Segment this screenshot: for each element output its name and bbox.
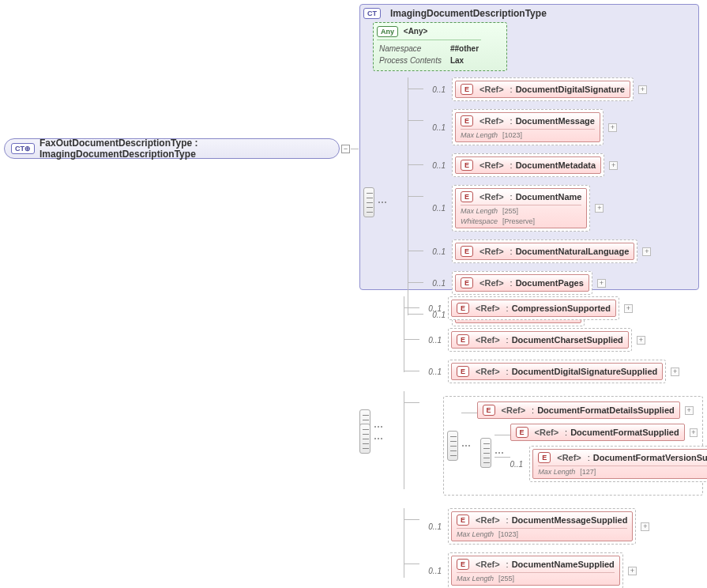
ref-indicator: <Ref> <box>502 405 526 415</box>
element-badge: E <box>457 366 469 377</box>
cardinality-label: 0..1 <box>419 368 442 376</box>
element-name: DocumentMetadata <box>516 160 596 170</box>
element-badge: E <box>457 559 469 570</box>
ref-indicator: <Ref> <box>479 116 504 126</box>
ref-indicator: <Ref> <box>535 428 559 437</box>
element-badge: E <box>457 303 469 314</box>
ref-indicator: <Ref> <box>476 515 500 525</box>
ref-indicator: <Ref> <box>479 278 504 288</box>
facet-row: Max Length[1023] <box>461 129 595 139</box>
element-ref[interactable]: 0..1E<Ref>:DocumentDigitalSignature+ <box>423 77 695 101</box>
element-ref[interactable]: 0..1E<Ref>:DocumentNameMax Length[255]Wh… <box>423 185 695 232</box>
element-ref[interactable]: E <Ref> : DocumentFormatSupplied + <box>510 424 698 441</box>
ref-indicator: <Ref> <box>479 85 504 94</box>
element-ref[interactable]: 0..1E<Ref>:DocumentPages+ <box>423 271 695 295</box>
sequence-icon <box>480 438 491 468</box>
element-ref[interactable]: 0..1E<Ref>:DocumentDigitalSignatureSuppl… <box>419 360 703 383</box>
element-name: DocumentNaturalLanguage <box>516 247 630 256</box>
element-name: DocumentPages <box>516 278 584 288</box>
connector-line <box>351 149 359 149</box>
facet-row: Max Length[1023] <box>457 528 627 538</box>
ref-indicator: <Ref> <box>476 335 500 345</box>
ref-indicator: <Ref> <box>479 192 504 202</box>
element-name: DocumentNameSupplied <box>512 560 615 569</box>
ct-badge: CT <box>363 8 381 19</box>
extension-elements: 0..1E<Ref>:CompressionSupported+0..1E<Re… <box>359 296 703 588</box>
base-type-header: CT ImagingDocumentDescriptionType <box>363 8 695 19</box>
element-name: DocumentDigitalSignatureSupplied <box>512 367 658 376</box>
facet-row: Max Length[255] <box>457 572 615 582</box>
element-name: CompressionSupported <box>512 303 611 313</box>
expand-icon[interactable]: + <box>690 428 698 437</box>
cardinality-label: 0..1 <box>423 85 446 94</box>
element-ref[interactable]: 0..1E<Ref>:DocumentMetadata+ <box>423 153 695 177</box>
cardinality-label: 0..1 <box>423 123 446 132</box>
element-badge: E <box>457 334 469 345</box>
base-type-container: CT ImagingDocumentDescriptionType Any <A… <box>359 4 699 290</box>
ct-badge: CT⊕ <box>11 143 35 154</box>
sequence-group: 0..1E<Ref>:DocumentDigitalSignature+0..1… <box>363 77 695 326</box>
expand-icon[interactable]: + <box>628 567 637 575</box>
facet-row: Max Length[127] <box>538 466 707 476</box>
cardinality-label: 0..1 <box>419 336 442 345</box>
element-badge: E <box>461 160 473 171</box>
sequence-icon <box>359 424 370 454</box>
expand-icon[interactable]: + <box>595 204 604 213</box>
any-wildcard: Any <Any> Namespace##other Process Conte… <box>373 22 507 71</box>
ref-indicator: <Ref> <box>476 303 500 313</box>
ref-indicator: <Ref> <box>479 247 504 256</box>
expand-icon[interactable]: + <box>608 123 617 132</box>
element-ref[interactable]: 0..1E<Ref>:CompressionSupported+ <box>419 296 703 320</box>
extension-first-group: 0..1E<Ref>:CompressionSupported+0..1E<Re… <box>404 296 703 383</box>
expand-icon[interactable]: + <box>642 247 651 256</box>
element-ref[interactable]: 0..1 E <Ref> : DocumentFormatVersionSupp… <box>510 446 698 482</box>
cardinality-label: 0..1 <box>419 522 442 531</box>
element-ref[interactable]: 0..1E<Ref>:DocumentMessageMax Length[102… <box>423 109 695 145</box>
element-name: DocumentMessage <box>516 116 595 126</box>
element-ref[interactable]: 0..1E<Ref>:DocumentMessageSuppliedMax Le… <box>419 508 703 545</box>
element-badge: E <box>461 246 473 257</box>
element-badge: E <box>483 405 495 416</box>
expand-icon[interactable]: + <box>638 85 647 94</box>
root-type-name: FaxOutDocumentDescriptionType : ImagingD… <box>39 138 333 160</box>
cardinality-label: 0..1 <box>419 567 442 575</box>
expand-icon[interactable]: + <box>671 368 679 376</box>
element-name: DocumentFormatVersionSupplied <box>593 453 707 462</box>
cardinality-label: 0..1 <box>510 460 524 469</box>
collapse-icon[interactable]: − <box>341 145 350 153</box>
nested-format-group: E <Ref> : DocumentFormatDetailsSupplied … <box>404 391 703 500</box>
expand-icon[interactable]: + <box>641 522 649 531</box>
element-badge: E <box>457 514 469 526</box>
element-name: DocumentFormatDetailsSupplied <box>537 405 675 415</box>
cardinality-label: 0..1 <box>423 204 446 213</box>
sequence-icon <box>447 431 458 461</box>
extension-last-group: 0..1E<Ref>:DocumentMessageSuppliedMax Le… <box>404 508 703 588</box>
cardinality-label: 0..1 <box>423 161 446 170</box>
expand-icon[interactable]: + <box>597 279 606 288</box>
any-label: <Any> <box>404 27 428 36</box>
expand-icon[interactable]: + <box>637 336 645 345</box>
element-ref[interactable]: E <Ref> : DocumentFormatDetailsSupplied … <box>477 401 698 419</box>
facet-row: Max Length[255] <box>461 205 581 215</box>
cardinality-label: 0..1 <box>419 304 442 313</box>
expand-icon[interactable]: + <box>685 406 694 415</box>
cardinality-label: 0..1 <box>423 247 446 256</box>
expand-icon[interactable]: + <box>624 304 633 313</box>
element-name: DocumentMessageSupplied <box>512 515 628 525</box>
ref-indicator: <Ref> <box>557 453 581 462</box>
root-complex-type[interactable]: CT⊕ FaxOutDocumentDescriptionType : Imag… <box>4 138 340 159</box>
element-badge: E <box>538 452 551 463</box>
cardinality-label: 0..1 <box>423 279 446 288</box>
element-row: E <Ref> : DocumentFormatDetailsSupplied … <box>419 391 703 500</box>
element-name: DocumentFormatSupplied <box>570 428 679 437</box>
element-badge: E <box>461 84 473 95</box>
element-ref[interactable]: 0..1E<Ref>:DocumentNameSuppliedMax Lengt… <box>419 552 703 588</box>
expand-icon[interactable]: + <box>609 161 618 170</box>
element-ref[interactable]: 0..1E<Ref>:DocumentCharsetSupplied+ <box>419 328 703 352</box>
facet-row: Whitespace[Preserve] <box>461 217 581 225</box>
element-ref[interactable]: 0..1E<Ref>:DocumentNaturalLanguage+ <box>423 239 695 263</box>
base-type-title: ImagingDocumentDescriptionType <box>390 8 547 19</box>
ref-indicator: <Ref> <box>476 367 500 376</box>
base-elements: 0..1E<Ref>:DocumentDigitalSignature+0..1… <box>408 77 695 326</box>
ref-indicator: <Ref> <box>479 160 504 170</box>
